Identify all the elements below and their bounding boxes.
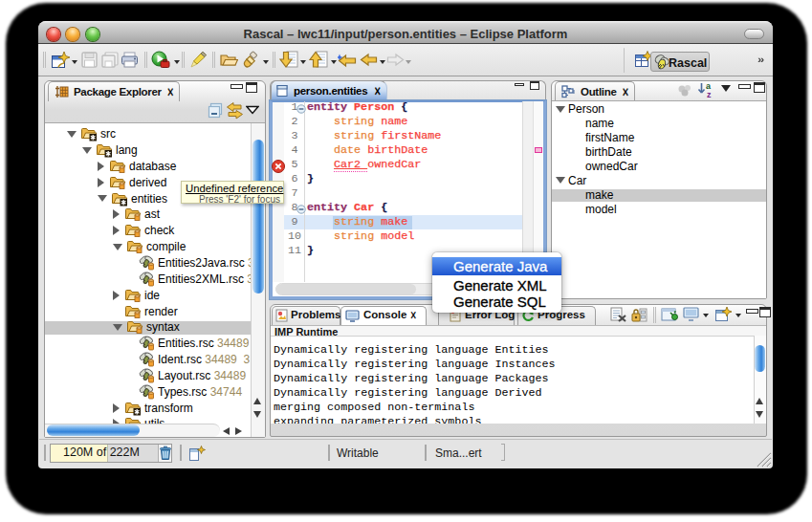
svg-text:z: z [707,90,712,99]
